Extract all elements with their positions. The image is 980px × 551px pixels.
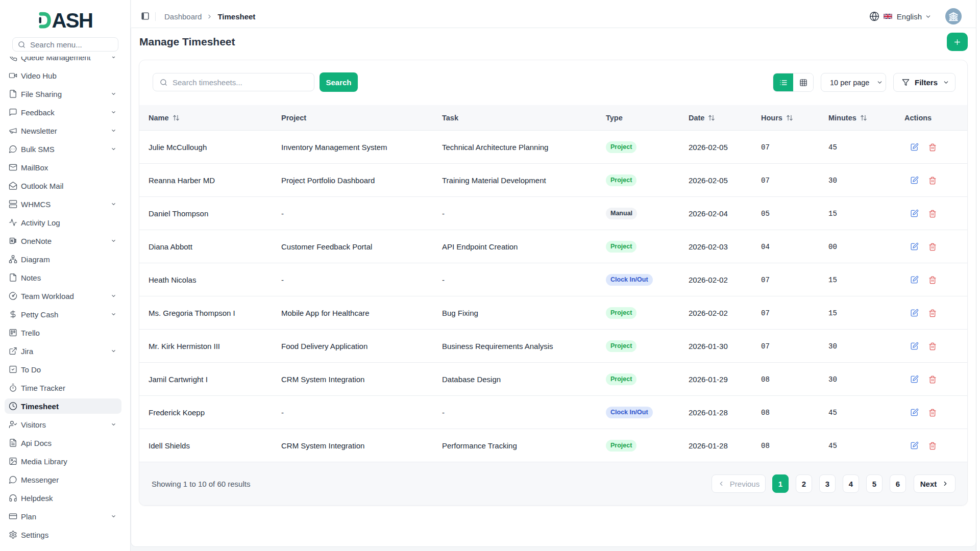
svg-text:ASH: ASH xyxy=(52,11,92,30)
